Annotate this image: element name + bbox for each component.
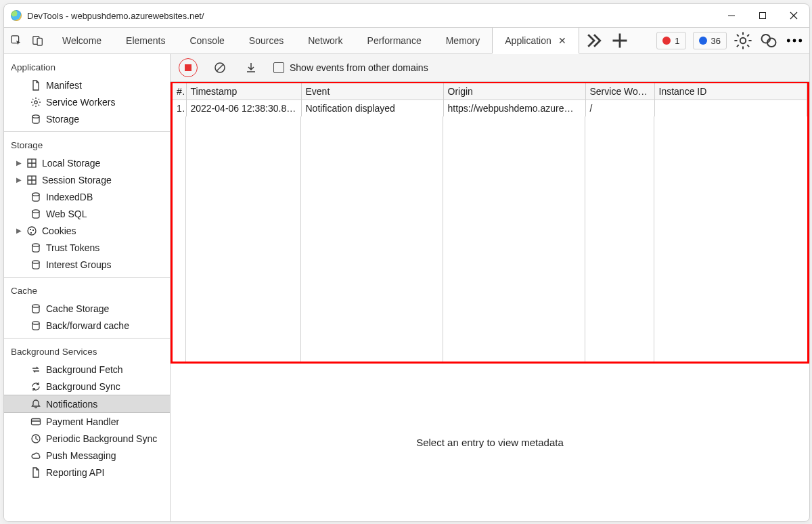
th-origin[interactable]: Origin bbox=[443, 83, 585, 100]
th-index[interactable]: # bbox=[173, 83, 186, 100]
db-icon bbox=[30, 242, 42, 254]
sidebar-item-indexeddb[interactable]: IndexedDB bbox=[4, 188, 170, 205]
tab-label: Console bbox=[189, 35, 224, 46]
add-tab-button[interactable] bbox=[610, 31, 629, 50]
grid-icon bbox=[26, 157, 38, 169]
sidebar-item-background-fetch[interactable]: Background Fetch bbox=[4, 361, 170, 378]
sidebar-item-storage-root[interactable]: Storage bbox=[4, 110, 170, 127]
events-table-highlight: # Timestamp Event Origin Service Wor… In… bbox=[171, 82, 809, 364]
close-button[interactable] bbox=[778, 5, 809, 26]
svg-rect-24 bbox=[32, 418, 41, 424]
svg-point-14 bbox=[32, 192, 39, 195]
section-title-cache: Cache bbox=[4, 282, 170, 300]
more-button[interactable] bbox=[785, 31, 804, 50]
tab-console[interactable]: Console bbox=[177, 28, 236, 53]
caret-right-icon: ▶ bbox=[16, 159, 22, 167]
th-service-worker[interactable]: Service Wor… bbox=[585, 83, 654, 100]
tab-close-button[interactable]: ✕ bbox=[558, 35, 566, 46]
window-buttons bbox=[716, 5, 809, 26]
svg-point-7 bbox=[787, 39, 790, 43]
chevrons-right-icon bbox=[585, 31, 604, 50]
sidebar-item-local-storage[interactable]: ▶ Local Storage bbox=[4, 154, 170, 171]
th-timestamp[interactable]: Timestamp bbox=[186, 83, 301, 100]
maximize-icon bbox=[759, 12, 767, 20]
tab-performance[interactable]: Performance bbox=[355, 28, 434, 53]
sidebar-item-interest-groups[interactable]: Interest Groups bbox=[4, 256, 170, 273]
tab-network[interactable]: Network bbox=[296, 28, 355, 53]
tab-left-tools bbox=[4, 28, 50, 53]
sidebar-item-manifest[interactable]: Manifest bbox=[4, 77, 170, 93]
file-icon bbox=[30, 466, 42, 479]
tab-label: Network bbox=[308, 35, 342, 46]
sidebar-item-reporting-api[interactable]: Reporting API bbox=[4, 464, 170, 481]
caret-right-icon: ▶ bbox=[16, 227, 22, 234]
sidebar-item-label: Trust Tokens bbox=[46, 242, 99, 253]
device-toggle-button[interactable] bbox=[31, 34, 45, 47]
svg-point-17 bbox=[30, 229, 31, 230]
sidebar-item-payment-handler[interactable]: Payment Handler bbox=[4, 413, 170, 430]
content-area: Show events from other domains # Timesta… bbox=[171, 54, 809, 521]
tabs-overflow-button[interactable] bbox=[585, 31, 604, 50]
tab-memory[interactable]: Memory bbox=[434, 28, 493, 53]
sidebar-item-cookies[interactable]: ▶ Cookies bbox=[4, 222, 170, 239]
tab-list: Welcome Elements Console Sources Network… bbox=[50, 28, 579, 53]
sidebar-item-websql[interactable]: Web SQL bbox=[4, 205, 170, 222]
svg-point-11 bbox=[32, 114, 39, 117]
sidebar-item-push-messaging[interactable]: Push Messaging bbox=[4, 447, 170, 464]
maximize-button[interactable] bbox=[747, 5, 778, 26]
caret-right-icon: ▶ bbox=[16, 176, 22, 183]
record-button[interactable] bbox=[179, 58, 198, 77]
show-other-domains-toggle[interactable]: Show events from other domains bbox=[273, 62, 428, 73]
sidebar-item-service-workers[interactable]: Service Workers bbox=[4, 93, 170, 110]
sidebar-item-label: Background Fetch bbox=[46, 364, 123, 375]
inspect-button[interactable] bbox=[9, 34, 23, 47]
errors-chip[interactable]: 1 bbox=[656, 32, 685, 49]
clear-icon bbox=[214, 62, 226, 74]
section-separator bbox=[4, 338, 170, 339]
sidebar-item-cache-storage[interactable]: Cache Storage bbox=[4, 300, 170, 317]
svg-point-4 bbox=[740, 38, 746, 43]
sidebar-item-trust-tokens[interactable]: Trust Tokens bbox=[4, 239, 170, 256]
sidebar-item-session-storage[interactable]: ▶ Session Storage bbox=[4, 171, 170, 188]
table-row[interactable]: 1 2022-04-06 12:38:30.8… Notification di… bbox=[173, 100, 807, 117]
tab-welcome[interactable]: Welcome bbox=[50, 28, 114, 53]
error-dot-icon bbox=[662, 37, 671, 45]
sidebar-item-label: Notifications bbox=[46, 399, 97, 410]
download-icon bbox=[245, 62, 257, 74]
sidebar[interactable]: Application Manifest Service Workers Sto… bbox=[4, 54, 171, 521]
db-icon bbox=[30, 320, 42, 332]
download-button[interactable] bbox=[242, 59, 260, 77]
tab-elements[interactable]: Elements bbox=[114, 28, 177, 53]
sidebar-item-notifications[interactable]: Notifications bbox=[4, 395, 170, 413]
tab-label: Welcome bbox=[62, 35, 102, 46]
tab-label: Elements bbox=[126, 35, 165, 46]
detail-placeholder: Select an entry to view metadata bbox=[171, 364, 809, 521]
tab-application[interactable]: Application ✕ bbox=[492, 28, 579, 53]
sidebar-item-background-sync[interactable]: Background Sync bbox=[4, 378, 170, 395]
svg-point-23 bbox=[32, 321, 39, 324]
svg-rect-0 bbox=[760, 13, 766, 19]
settings-button[interactable] bbox=[734, 31, 752, 50]
issues-chip[interactable]: 36 bbox=[693, 32, 727, 49]
th-event[interactable]: Event bbox=[301, 83, 443, 100]
minimize-button[interactable] bbox=[716, 5, 747, 26]
device-icon bbox=[32, 35, 44, 47]
favicon-icon bbox=[11, 10, 22, 21]
svg-point-9 bbox=[798, 39, 802, 43]
titlebar: DevTools - webpushdemo.azurewebsites.net… bbox=[4, 4, 809, 27]
sidebar-item-bf-cache[interactable]: Back/forward cache bbox=[4, 317, 170, 334]
sync-icon bbox=[30, 380, 42, 393]
swap-icon bbox=[30, 364, 42, 376]
tab-sources[interactable]: Sources bbox=[237, 28, 296, 53]
clear-button[interactable] bbox=[211, 59, 229, 77]
sidebar-item-label: Service Workers bbox=[46, 97, 115, 108]
svg-point-10 bbox=[35, 100, 37, 103]
titlebar-left: DevTools - webpushdemo.azurewebsites.net… bbox=[11, 10, 204, 21]
checkbox-icon bbox=[273, 62, 284, 73]
sidebar-item-label: Periodic Background Sync bbox=[46, 433, 157, 444]
feedback-button[interactable] bbox=[759, 31, 778, 50]
th-instance-id[interactable]: Instance ID bbox=[654, 83, 807, 100]
grid-icon bbox=[26, 174, 38, 186]
sidebar-item-periodic-sync[interactable]: Periodic Background Sync bbox=[4, 430, 170, 447]
svg-point-19 bbox=[30, 232, 32, 234]
